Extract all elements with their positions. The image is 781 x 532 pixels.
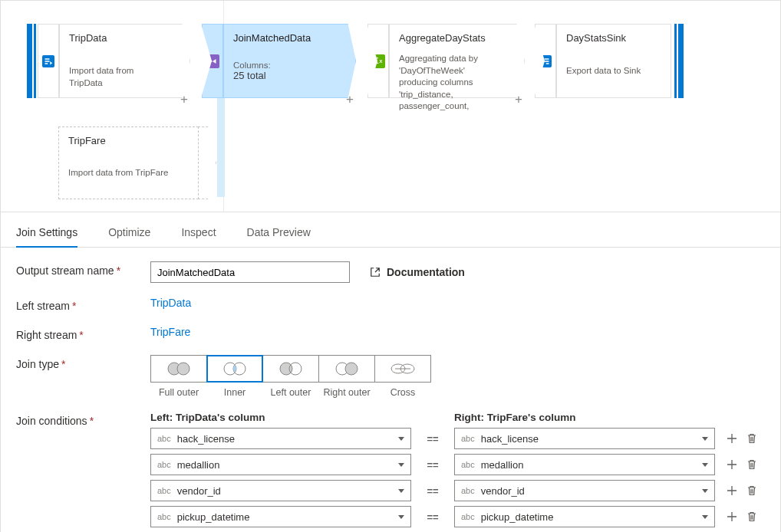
join-type-inner[interactable] xyxy=(206,355,263,383)
tab-optimize[interactable]: Optimize xyxy=(108,220,150,247)
node-desc: Export data to Sink xyxy=(566,65,661,77)
chevron-out xyxy=(336,24,356,98)
type-abc-icon: abc xyxy=(157,486,171,495)
output-stream-input[interactable] xyxy=(150,261,350,283)
svg-point-6 xyxy=(280,363,292,375)
chevron-down-icon xyxy=(702,515,708,519)
node-columns-value: 25 total xyxy=(233,70,327,81)
left-column-select[interactable]: abcvendor_id xyxy=(150,480,411,501)
delete-condition-button[interactable] xyxy=(746,511,758,523)
type-abc-icon: abc xyxy=(461,512,475,521)
join-condition-row: abcpickup_datetime == abcpickup_datetime xyxy=(150,506,765,527)
canvas-bottom-divider xyxy=(1,212,780,212)
venn-right-icon xyxy=(331,360,362,377)
venn-left-icon xyxy=(275,360,306,377)
add-condition-button[interactable] xyxy=(726,432,738,445)
chevron-down-icon xyxy=(398,489,404,493)
left-column-select[interactable]: abchack_license xyxy=(150,428,411,449)
add-branch-button[interactable]: + xyxy=(180,92,188,107)
type-abc-icon: abc xyxy=(157,460,171,469)
join-condition-row: abchack_license == abchack_license xyxy=(150,428,765,449)
join-type-cross[interactable] xyxy=(374,355,431,383)
join-type-right-outer[interactable] xyxy=(318,355,375,383)
right-column-select[interactable]: abcmedallion xyxy=(454,454,715,475)
chevron-down-icon xyxy=(398,437,404,441)
venn-inner-icon xyxy=(219,360,250,377)
join-type-label: Join type* xyxy=(16,355,150,370)
import-icon xyxy=(42,55,54,67)
node-title: DayStatsSink xyxy=(566,32,661,44)
flow-canvas[interactable]: TripData Import data from TripData + Joi… xyxy=(1,1,780,212)
source-rail xyxy=(34,24,36,98)
node-daystatssink[interactable]: DayStatsSink Export data to Sink xyxy=(556,24,671,98)
connector xyxy=(217,98,225,197)
chevron-out xyxy=(505,24,525,98)
right-stream-link[interactable]: TripFare xyxy=(150,326,190,338)
external-link-icon xyxy=(370,267,381,277)
right-column-select[interactable]: abchack_license xyxy=(454,428,715,449)
svg-point-1 xyxy=(177,363,189,375)
node-title: JoinMatchedData xyxy=(233,32,327,44)
sink-rail xyxy=(674,24,677,98)
chevron-down-icon xyxy=(702,489,708,493)
left-stream-label: Left stream* xyxy=(16,297,150,312)
node-title: AggregateDayStats xyxy=(399,32,496,44)
type-abc-icon: abc xyxy=(461,434,475,443)
chevron-out xyxy=(170,24,190,98)
add-branch-button[interactable]: + xyxy=(515,92,522,107)
type-abc-icon: abc xyxy=(157,434,171,443)
join-conditions-headers: Left: TripData's column Right: TripFare'… xyxy=(150,412,765,423)
right-column-select[interactable]: abcvendor_id xyxy=(454,480,715,501)
delete-condition-button[interactable] xyxy=(746,458,758,471)
svg-point-9 xyxy=(345,363,358,375)
documentation-link[interactable]: Documentation xyxy=(370,266,465,278)
join-type-group xyxy=(150,355,765,383)
tab-join-settings[interactable]: Join Settings xyxy=(16,220,77,248)
node-desc: Import data from TripData xyxy=(69,65,161,89)
venn-full-icon xyxy=(163,360,194,377)
left-column-select[interactable]: abcmedallion xyxy=(150,454,411,475)
add-condition-button[interactable] xyxy=(726,511,738,523)
node-desc: Import data from TripFare xyxy=(68,168,189,177)
add-condition-button[interactable] xyxy=(726,484,738,497)
node-tripdata[interactable]: TripData Import data from TripData xyxy=(59,24,171,98)
node-aggregatedaystats[interactable]: AggregateDayStats Aggregating data by 'D… xyxy=(389,24,506,98)
join-condition-row: abcvendor_id == abcvendor_id xyxy=(150,480,765,501)
tab-inspect[interactable]: Inspect xyxy=(181,220,216,247)
join-type-left-outer[interactable] xyxy=(262,355,319,383)
chevron-down-icon xyxy=(702,463,708,467)
type-abc-icon: abc xyxy=(157,512,171,521)
chevron-down-icon xyxy=(398,515,404,519)
settings-tabs: Join Settings Optimize Inspect Data Prev… xyxy=(1,212,780,248)
equals-operator: == xyxy=(411,511,454,523)
node-desc: Aggregating data by 'DayOfTheWeek' produ… xyxy=(399,53,496,113)
chevron-down-icon xyxy=(702,437,708,441)
left-stream-link[interactable]: TripData xyxy=(150,297,191,309)
equals-operator: == xyxy=(411,433,454,445)
add-condition-button[interactable] xyxy=(726,458,738,471)
node-title: TripData xyxy=(69,32,161,44)
chevron-out xyxy=(198,126,216,199)
type-abc-icon: abc xyxy=(461,486,475,495)
join-condition-row: abcmedallion == abcmedallion xyxy=(150,454,765,475)
type-abc-icon: abc xyxy=(461,460,475,469)
source-icon-box xyxy=(38,24,59,98)
delete-condition-button[interactable] xyxy=(746,484,758,497)
equals-operator: == xyxy=(411,459,454,471)
join-type-full-outer[interactable] xyxy=(150,355,207,383)
join-type-labels: Full outer Inner Left outer Right outer … xyxy=(150,387,765,398)
sink-rail xyxy=(678,24,684,98)
node-title: TripFare xyxy=(68,135,189,146)
node-tripfare[interactable]: TripFare Import data from TripFare xyxy=(58,126,199,199)
join-settings-form: Output stream name* Documentation Left s… xyxy=(1,248,780,532)
right-stream-label: Right stream* xyxy=(16,326,150,341)
left-column-select[interactable]: abcpickup_datetime xyxy=(150,506,411,527)
equals-operator: == xyxy=(411,485,454,497)
source-rail xyxy=(27,24,32,98)
add-branch-button[interactable]: + xyxy=(346,92,354,107)
right-column-select[interactable]: abcpickup_datetime xyxy=(454,506,715,527)
venn-cross-icon xyxy=(387,360,418,377)
tab-data-preview[interactable]: Data Preview xyxy=(247,220,311,247)
node-joinmatcheddata[interactable]: JoinMatchedData Columns: 25 total xyxy=(223,24,337,98)
delete-condition-button[interactable] xyxy=(746,432,758,445)
